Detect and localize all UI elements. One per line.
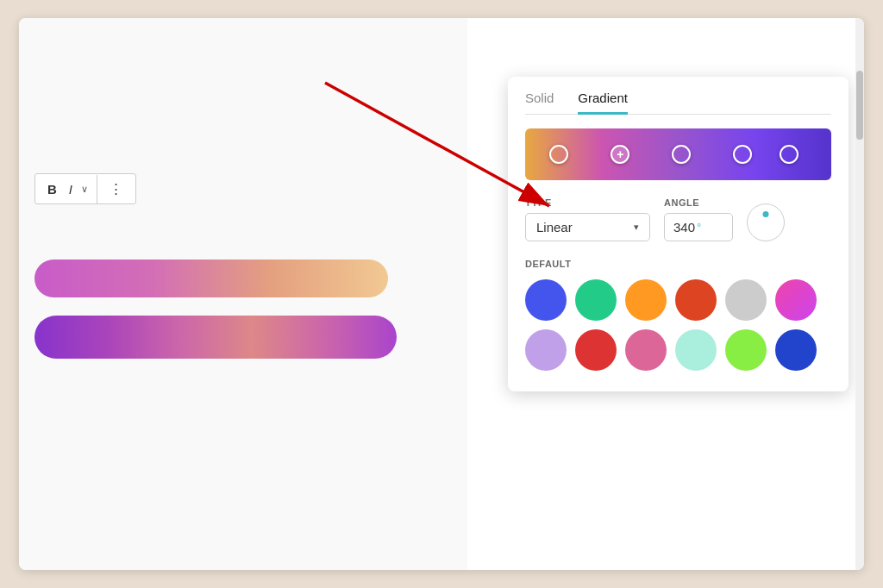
color-swatches <box>525 279 831 371</box>
angle-label: ANGLE <box>664 197 733 208</box>
type-select[interactable]: Linear ▾ <box>525 213 650 241</box>
stop-handle-3[interactable] <box>733 145 752 164</box>
plus-icon: + <box>617 148 623 160</box>
stop-handle-0[interactable] <box>549 145 568 164</box>
text-format-group: B I ∨ <box>35 175 97 203</box>
default-label: DEFAULT <box>525 259 831 269</box>
type-label: TYPE <box>525 197 650 208</box>
gradient-strip-container: + <box>525 128 831 180</box>
angle-input[interactable]: 340 ° <box>664 213 733 241</box>
swatch-dark-blue[interactable] <box>775 329 817 371</box>
italic-button[interactable]: I <box>66 180 76 198</box>
scrollbar-thumb[interactable] <box>856 71 863 140</box>
swatch-lavender[interactable] <box>525 329 567 371</box>
stop-handle-1[interactable]: + <box>611 145 629 164</box>
swatch-pink-gradient[interactable] <box>775 279 817 321</box>
more-options-button[interactable]: ⋮ <box>106 179 127 198</box>
swatch-orange[interactable] <box>625 279 667 321</box>
swatch-pink[interactable] <box>625 329 667 371</box>
gradient-bar-preview-1 <box>34 260 388 297</box>
type-angle-controls: TYPE Linear ▾ ANGLE 340 ° <box>525 197 831 241</box>
stop-handle-4[interactable] <box>780 145 798 164</box>
swatch-red-orange[interactable] <box>675 279 717 321</box>
angle-value: 340 <box>673 220 695 235</box>
degree-symbol: ° <box>697 221 701 234</box>
type-control-group: TYPE Linear ▾ <box>525 197 650 241</box>
color-mode-tabs: Solid Gradient <box>525 91 831 115</box>
gradient-strip[interactable]: + <box>525 128 831 180</box>
color-picker-panel: Solid Gradient + TYPE <box>508 77 849 391</box>
swatch-gray[interactable] <box>725 279 767 321</box>
type-chevron-icon: ▾ <box>634 222 639 233</box>
left-panel: B I ∨ ⋮ <box>19 18 467 570</box>
swatch-lime[interactable] <box>725 329 767 371</box>
gradient-bar-preview-2 <box>34 316 397 359</box>
swatch-mint[interactable] <box>675 329 717 371</box>
scrollbar[interactable] <box>855 18 864 570</box>
screenshot-frame: B I ∨ ⋮ Solid Gradient + <box>19 18 864 570</box>
swatch-row-2 <box>525 329 831 371</box>
stop-handles: + <box>525 128 831 180</box>
swatch-blue[interactable] <box>525 279 567 321</box>
format-toolbar: B I ∨ ⋮ <box>34 173 136 204</box>
swatch-row-1 <box>525 279 831 321</box>
format-chevron[interactable]: ∨ <box>81 184 88 195</box>
bold-button[interactable]: B <box>44 180 60 198</box>
type-value: Linear <box>536 220 573 235</box>
stop-handle-2[interactable] <box>672 145 691 164</box>
tab-solid[interactable]: Solid <box>525 91 554 115</box>
swatch-green[interactable] <box>575 279 617 321</box>
angle-wheel[interactable] <box>747 203 785 241</box>
swatch-red[interactable] <box>575 329 617 371</box>
more-options-group: ⋮ <box>97 174 135 203</box>
angle-control-group: ANGLE 340 ° <box>664 197 733 241</box>
tab-gradient[interactable]: Gradient <box>578 91 628 115</box>
